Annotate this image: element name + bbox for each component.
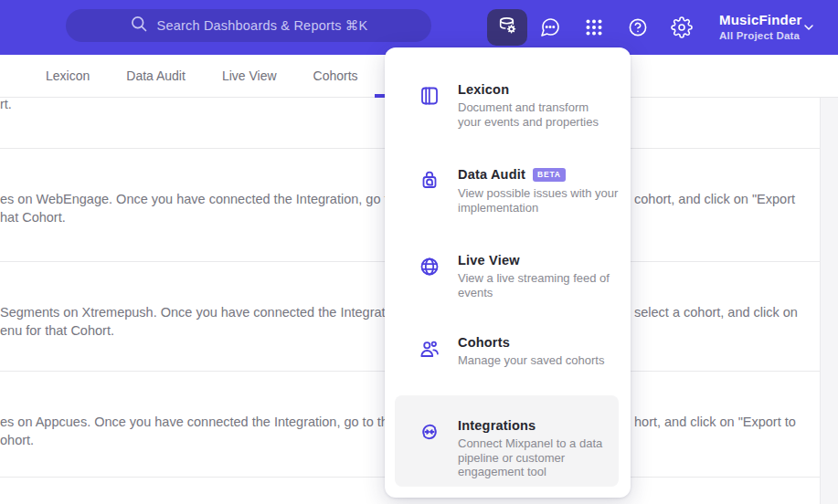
content-row-line: ohort.: [0, 432, 410, 450]
menu-item-description: View possible issues with your implement…: [458, 186, 637, 215]
content-row-line: hat Cohort.: [0, 209, 418, 227]
content-row: es on WebEngage. Once you have connected…: [0, 191, 418, 226]
chevron-down-icon[interactable]: [801, 20, 816, 35]
help-button[interactable]: [627, 16, 649, 38]
help-circle-icon: [627, 16, 649, 38]
search-placeholder: Search Dashboards & Reports ⌘K: [157, 18, 368, 33]
data-management-icon: [496, 15, 518, 40]
project-switcher[interactable]: MusicFinder All Project Data: [719, 12, 802, 41]
content-row-fragment: cohort, and click on "Export: [634, 191, 795, 209]
menu-item-description: Connect Mixpanel to a data pipeline or c…: [458, 436, 613, 479]
scrollbar-track[interactable]: [820, 98, 838, 504]
lexicon-book-icon: [419, 85, 440, 107]
menu-item-integrations[interactable]: Integrations Connect Mixpanel to a data …: [419, 418, 613, 479]
menu-item-title: Integrations: [458, 418, 613, 433]
tab-data-audit[interactable]: Data Audit: [126, 68, 186, 83]
menu-item-title: Lexicon: [458, 82, 608, 97]
settings-button[interactable]: [671, 16, 693, 38]
menu-item-title: Cohorts: [458, 335, 641, 350]
top-nav-bar: Search Dashboards & Reports ⌘K: [0, 0, 838, 55]
data-management-button[interactable]: [487, 9, 527, 46]
content-row-line: hort, and click on "Export to: [634, 414, 796, 432]
content-row-line: select a cohort, and click on: [634, 304, 798, 322]
menu-item-lexicon[interactable]: Lexicon Document and transform your even…: [419, 82, 608, 129]
menu-item-live-view[interactable]: Live View View a live streaming feed of …: [419, 253, 627, 299]
content-row-line: enu for that Cohort.: [0, 322, 407, 341]
grid-dots-icon: [583, 16, 605, 38]
integrations-sync-icon: [419, 421, 440, 443]
menu-item-title: Data Audit: [458, 167, 525, 182]
live-view-globe-icon: [419, 256, 440, 278]
search-input[interactable]: Search Dashboards & Reports ⌘K: [66, 9, 431, 42]
cohorts-people-icon: [419, 338, 440, 360]
project-name: MusicFinder: [719, 12, 802, 27]
content-row: es on Appcues. Once you have connected t…: [0, 414, 410, 449]
menu-item-title: Live View: [458, 253, 627, 268]
menu-item-cohorts[interactable]: Cohorts Manage your saved cohorts: [419, 335, 641, 368]
content-row-line: rt.: [0, 96, 12, 114]
tab-live-view[interactable]: Live View: [222, 68, 277, 83]
tab-cohorts[interactable]: Cohorts: [313, 68, 358, 83]
search-icon: [130, 15, 148, 37]
content-row-fragment: hort, and click on "Export to: [634, 414, 796, 432]
content-row-fragment: select a cohort, and click on: [634, 304, 798, 322]
feedback-messages-button[interactable]: [539, 16, 561, 38]
content-row-line: Segments on Xtremepush. Once you have co…: [0, 304, 407, 322]
content-row-line: es on WebEngage. Once you have connected…: [0, 191, 418, 209]
tab-lexicon[interactable]: Lexicon: [46, 68, 90, 83]
gear-icon: [671, 16, 693, 38]
beta-badge: BETA: [533, 168, 566, 182]
menu-item-description: Manage your saved cohorts: [458, 353, 641, 368]
content-row: rt.: [0, 96, 12, 114]
content-row: Segments on Xtremepush. Once you have co…: [0, 304, 407, 340]
chat-bubble-icon: [539, 16, 561, 38]
data-audit-lock-icon: [419, 169, 440, 191]
content-row-line: cohort, and click on "Export: [634, 191, 795, 209]
project-scope: All Project Data: [719, 30, 802, 41]
menu-item-data-audit[interactable]: Data AuditBETA View possible issues with…: [419, 166, 637, 215]
menu-item-description: Document and transform your events and p…: [458, 100, 608, 129]
content-row-line: es on Appcues. Once you have connected t…: [0, 414, 410, 432]
data-management-dropdown: Lexicon Document and transform your even…: [385, 47, 631, 498]
menu-item-description: View a live streaming feed of events: [458, 271, 627, 299]
apps-grid-button[interactable]: [583, 16, 605, 38]
